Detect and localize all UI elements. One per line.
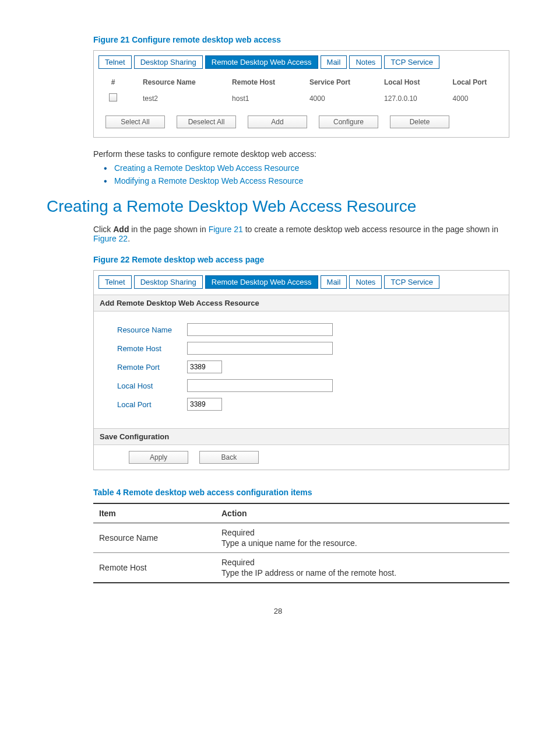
figure-22-screenshot: Telnet Desktop Sharing Remote Desktop We… <box>93 270 509 470</box>
input-remote-host[interactable] <box>187 342 333 355</box>
col-local-port: Local Port <box>442 75 509 90</box>
table-4-caption: Table 4 Remote desktop web access config… <box>93 488 509 497</box>
add-button[interactable]: Add <box>248 116 307 128</box>
cell-remote-host: host1 <box>221 90 299 107</box>
cfg-action: Required Type a unique name for the reso… <box>216 523 509 553</box>
form-add-resource: Resource Name Remote Host Remote Port Lo… <box>94 312 509 422</box>
figure-21-caption: Figure 21 Configure remote desktop web a… <box>93 35 509 44</box>
col-hash: # <box>94 75 132 90</box>
input-local-host[interactable] <box>187 379 333 392</box>
deselect-all-button[interactable]: Deselect All <box>177 116 236 128</box>
col-service-port: Service Port <box>299 75 374 90</box>
link-modify-resource[interactable]: Modifying a Remote Desktop Web Access Re… <box>114 176 303 186</box>
tab2-desktop-sharing[interactable]: Desktop Sharing <box>134 275 203 289</box>
config-row: Remote Host Required Type the IP address… <box>93 553 509 583</box>
add-resource-header: Add Remote Desktop Web Access Resource <box>94 295 509 312</box>
label-resource-name: Resource Name <box>117 326 187 334</box>
cfg-action: Required Type the IP address or name of … <box>216 553 509 583</box>
row-checkbox[interactable] <box>109 93 117 102</box>
intro-text: Perform these tasks to configure remote … <box>93 149 509 159</box>
figure-22-caption: Figure 22 Remote desktop web access page <box>93 255 509 264</box>
config-row: Resource Name Required Type a unique nam… <box>93 523 509 553</box>
tab2-notes[interactable]: Notes <box>349 275 382 289</box>
col-resource-name: Resource Name <box>132 75 221 90</box>
tab-notes[interactable]: Notes <box>349 55 382 69</box>
label-remote-host: Remote Host <box>117 344 187 353</box>
tab2-mail[interactable]: Mail <box>321 275 347 289</box>
tab-tcp-service[interactable]: TCP Service <box>384 55 439 69</box>
input-remote-port[interactable] <box>187 360 222 373</box>
task-list: Creating a Remote Desktop Web Access Res… <box>104 163 509 186</box>
input-local-port[interactable] <box>187 398 222 411</box>
col-local-host: Local Host <box>374 75 442 90</box>
th-item: Item <box>93 503 216 523</box>
cell-resource-name: test2 <box>132 90 221 107</box>
section-heading: Creating a Remote Desktop Web Access Res… <box>47 197 509 216</box>
cfg-item: Remote Host <box>93 553 216 583</box>
link-figure-22[interactable]: Figure 22 <box>93 234 128 243</box>
col-remote-host: Remote Host <box>221 75 299 90</box>
tab2-remote-desktop-web-access[interactable]: Remote Desktop Web Access <box>205 275 318 289</box>
tab-mail[interactable]: Mail <box>321 55 347 69</box>
link-figure-21[interactable]: Figure 21 <box>209 225 243 234</box>
tab-bar: Telnet Desktop Sharing Remote Desktop We… <box>94 51 509 69</box>
delete-button[interactable]: Delete <box>390 116 449 128</box>
link-create-resource[interactable]: Creating a Remote Desktop Web Access Res… <box>114 163 299 173</box>
tab-bar-2: Telnet Desktop Sharing Remote Desktop We… <box>94 271 509 289</box>
config-items-table: Item Action Resource Name Required Type … <box>93 503 509 583</box>
label-local-port: Local Port <box>117 400 187 409</box>
cfg-item: Resource Name <box>93 523 216 553</box>
save-config-header: Save Configuration <box>94 428 509 445</box>
back-button[interactable]: Back <box>199 451 259 464</box>
creation-paragraph: Click Add in the page shown in Figure 21… <box>93 225 509 243</box>
resource-table: # Resource Name Remote Host Service Port… <box>94 75 509 107</box>
table-row: test2 host1 4000 127.0.0.10 4000 <box>94 90 509 107</box>
save-bar: Apply Back <box>94 445 509 470</box>
cell-service-port: 4000 <box>299 90 374 107</box>
configure-button[interactable]: Configure <box>319 116 378 128</box>
tab-telnet[interactable]: Telnet <box>98 55 132 69</box>
tab2-tcp-service[interactable]: TCP Service <box>384 275 439 289</box>
figure-21-screenshot: Telnet Desktop Sharing Remote Desktop We… <box>93 50 509 138</box>
cell-local-host: 127.0.0.10 <box>374 90 442 107</box>
label-remote-port: Remote Port <box>117 363 187 372</box>
tab2-telnet[interactable]: Telnet <box>98 275 132 289</box>
tab-desktop-sharing[interactable]: Desktop Sharing <box>134 55 203 69</box>
label-local-host: Local Host <box>117 382 187 390</box>
page-number: 28 <box>47 607 509 615</box>
select-all-button[interactable]: Select All <box>105 116 165 128</box>
cell-local-port: 4000 <box>442 90 509 107</box>
action-bar: Select All Deselect All Add Configure De… <box>94 107 509 137</box>
tab-remote-desktop-web-access[interactable]: Remote Desktop Web Access <box>205 55 318 69</box>
input-resource-name[interactable] <box>187 323 333 336</box>
apply-button[interactable]: Apply <box>129 451 188 464</box>
th-action: Action <box>216 503 509 523</box>
